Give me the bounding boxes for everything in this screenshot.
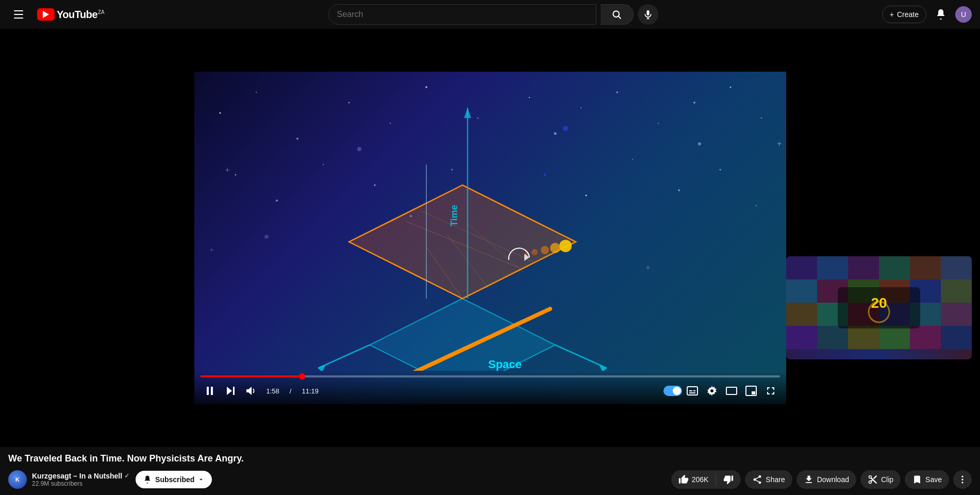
svg-rect-100 xyxy=(879,326,910,349)
svg-point-61 xyxy=(550,243,560,253)
save-button[interactable]: Save xyxy=(905,470,949,489)
time-display: 1:58 xyxy=(267,387,279,395)
user-avatar[interactable]: U xyxy=(955,6,972,23)
logo-area[interactable]: YouTubeZA xyxy=(37,8,104,21)
subscribe-button[interactable]: Subscribed xyxy=(136,471,212,488)
create-button[interactable]: + Create xyxy=(882,6,926,23)
save-icon xyxy=(912,474,922,485)
anniversary-collage: 20 xyxy=(786,256,972,359)
svg-point-17 xyxy=(693,102,695,104)
like-dislike-group: 206K xyxy=(671,470,741,489)
voice-search-button[interactable] xyxy=(638,4,658,25)
subscriber-count: 22.9M subscribers xyxy=(32,480,129,487)
save-label: Save xyxy=(925,475,942,484)
clip-button[interactable]: Clip xyxy=(860,470,901,489)
hamburger-button[interactable] xyxy=(8,4,29,25)
verified-icon: ✓ xyxy=(124,472,129,480)
left-black-bar xyxy=(0,29,105,447)
subtitles-button[interactable] xyxy=(683,382,702,400)
svg-point-19 xyxy=(761,118,762,119)
youtube-logo-text: YouTubeZA xyxy=(57,9,104,21)
svg-rect-67 xyxy=(211,387,213,395)
pause-button[interactable] xyxy=(201,382,219,400)
dislike-button[interactable] xyxy=(716,470,741,489)
svg-rect-83 xyxy=(910,256,941,279)
svg-marker-48 xyxy=(599,365,607,371)
svg-text:+: + xyxy=(210,246,213,254)
autoplay-toggle[interactable] xyxy=(663,386,682,396)
channel-avatar[interactable]: K xyxy=(8,470,27,489)
svg-rect-80 xyxy=(817,256,848,279)
svg-rect-84 xyxy=(941,256,972,279)
video-wrapper: + + + + + Space xyxy=(0,29,980,447)
video-player[interactable]: + + + + + Space xyxy=(194,72,786,404)
video-title: We Traveled Back in Time. Now Physicists… xyxy=(8,453,972,464)
more-button[interactable] xyxy=(953,470,972,489)
like-button[interactable]: 206K xyxy=(671,470,716,489)
download-label: Download xyxy=(817,475,849,484)
progress-bar[interactable] xyxy=(201,375,780,377)
share-button[interactable]: Share xyxy=(745,470,792,489)
svg-point-20 xyxy=(235,174,236,176)
country-label: ZA xyxy=(98,9,104,15)
settings-icon xyxy=(706,385,718,397)
svg-point-60 xyxy=(559,240,572,252)
hamburger-icon xyxy=(14,10,23,19)
top-nav: YouTubeZA + Create xyxy=(0,0,980,29)
fullscreen-button[interactable] xyxy=(761,382,780,400)
youtube-logo-icon xyxy=(37,8,55,21)
svg-point-35 xyxy=(698,142,701,145)
channel-info: K Kurzgesagt – In a Nutshell ✓ 22.9M sub… xyxy=(8,470,129,489)
clip-icon xyxy=(868,474,878,485)
svg-point-107 xyxy=(961,478,963,480)
progress-knob xyxy=(299,373,305,380)
mic-icon xyxy=(643,9,653,20)
search-bar xyxy=(328,4,596,25)
theater-button[interactable] xyxy=(722,382,741,400)
svg-rect-78 xyxy=(752,391,755,394)
svg-rect-2 xyxy=(646,10,649,15)
progress-played xyxy=(201,375,303,377)
svg-text:+: + xyxy=(777,139,782,148)
nav-left: YouTubeZA xyxy=(8,4,104,25)
next-button[interactable] xyxy=(221,382,240,400)
clip-label: Clip xyxy=(881,475,893,484)
miniplayer-button[interactable] xyxy=(742,382,760,400)
svg-rect-102 xyxy=(941,326,972,349)
video-meta-row: K Kurzgesagt – In a Nutshell ✓ 22.9M sub… xyxy=(8,470,972,489)
svg-line-1 xyxy=(619,16,621,19)
download-icon xyxy=(804,474,814,485)
right-black-bar xyxy=(875,29,980,447)
next-icon xyxy=(224,385,237,397)
bell-subscribe-icon xyxy=(143,475,152,484)
svg-rect-90 xyxy=(941,279,972,303)
like-icon xyxy=(678,474,689,485)
svg-marker-57 xyxy=(464,108,471,118)
settings-button[interactable] xyxy=(703,382,721,400)
recommended-panel[interactable]: 20 xyxy=(786,256,972,359)
more-icon xyxy=(957,474,968,485)
channel-text: Kurzgesagt – In a Nutshell ✓ 22.9M subsc… xyxy=(32,472,129,487)
side-panel-inner: 20 xyxy=(786,256,972,359)
svg-point-62 xyxy=(541,246,549,254)
subtitles-icon xyxy=(686,385,699,397)
time-total: 11:19 xyxy=(302,387,319,395)
notifications-button[interactable] xyxy=(931,4,951,25)
video-info: We Traveled Back in Time. Now Physicists… xyxy=(0,447,980,495)
svg-marker-46 xyxy=(318,365,326,371)
svg-point-18 xyxy=(729,87,731,88)
main-content: + + + + + Space xyxy=(0,29,980,495)
search-button[interactable] xyxy=(601,4,634,25)
download-button[interactable]: Download xyxy=(796,470,856,489)
dislike-icon xyxy=(723,474,734,485)
bell-icon xyxy=(935,8,947,21)
svg-point-63 xyxy=(531,249,538,255)
search-input[interactable] xyxy=(329,5,596,24)
svg-rect-81 xyxy=(848,256,879,279)
miniplayer-icon xyxy=(745,385,757,397)
pause-icon xyxy=(204,385,216,397)
svg-rect-85 xyxy=(786,279,817,303)
volume-button[interactable] xyxy=(242,382,260,400)
svg-point-6 xyxy=(256,92,257,93)
svg-point-32 xyxy=(756,205,757,206)
